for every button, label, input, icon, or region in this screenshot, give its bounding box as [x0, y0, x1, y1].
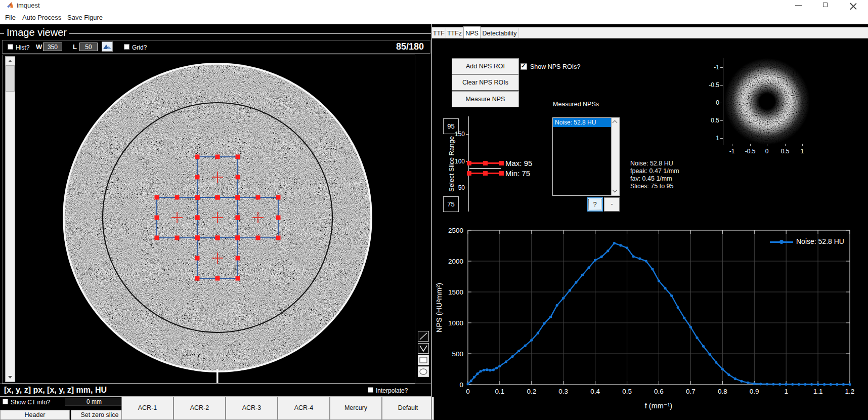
svg-text:0: 0 — [466, 388, 470, 395]
nps2d-xlabel: -1 — [722, 148, 742, 155]
listbox-scrollbar[interactable] — [611, 118, 619, 195]
max-slider-handle-left[interactable] — [467, 161, 471, 165]
stats-fpeak: fpeak: 0.47 1/mm — [630, 167, 679, 175]
nps2d-xlabel: 0 — [757, 148, 777, 155]
close-button[interactable] — [842, 0, 865, 11]
nps-roi-overlay[interactable] — [3, 55, 415, 383]
window-level-preset-button[interactable] — [102, 41, 113, 52]
angle-tool-button[interactable] — [418, 343, 429, 354]
window-width-input[interactable] — [43, 43, 62, 51]
slice-scrollbar[interactable] — [5, 56, 15, 382]
minimize-button[interactable] — [787, 0, 810, 11]
tab-ttfz[interactable]: TTFz — [446, 28, 463, 38]
show-nps-rois-checkbox[interactable] — [520, 63, 527, 70]
close-icon — [850, 2, 857, 9]
nps2d-xtick — [802, 144, 803, 146]
show-nps-rois-label: Show NPS ROIs? — [530, 63, 580, 70]
svg-text:0: 0 — [459, 381, 463, 389]
nps2d-xtick — [732, 144, 732, 146]
analysis-tabbar: TTF TTFz NPS Detectability — [432, 27, 868, 38]
svg-text:0.7: 0.7 — [686, 388, 696, 395]
clear-nps-rois-button[interactable]: Clear NPS ROIs — [452, 74, 519, 91]
zero-offset-field[interactable]: 0 mm — [65, 398, 123, 406]
ellipse-roi-button[interactable] — [418, 366, 429, 377]
menu-auto-process[interactable]: Auto Process — [22, 14, 61, 21]
nps2d-xtick — [767, 144, 767, 146]
nps2d-ylabel: 0.5 — [702, 117, 719, 124]
pixel-readout-text: [x, y, z] px, [x, y, z] mm, HU — [4, 386, 107, 395]
nps2d-ylabel: -0.5 — [702, 81, 719, 89]
measure-nps-button[interactable]: Measure NPS — [452, 91, 519, 107]
ellipse-icon — [418, 367, 428, 376]
set-zero-slice-button[interactable]: Set zero slice — [71, 410, 128, 420]
max-slider-handle-right[interactable] — [499, 161, 504, 165]
svg-text:0.3: 0.3 — [558, 388, 568, 395]
legend-marker-dot — [779, 240, 784, 244]
preset-acr4-button[interactable]: ACR-4 — [278, 397, 330, 420]
line-tool-button[interactable] — [418, 331, 429, 342]
minimize-icon — [795, 5, 802, 6]
hist-checkbox[interactable] — [8, 44, 13, 50]
add-nps-roi-button[interactable]: Add NPS ROI — [452, 58, 519, 74]
svg-text:2000: 2000 — [448, 258, 463, 265]
line-tool-icon — [418, 331, 428, 341]
chevron-down-icon — [613, 188, 618, 193]
show-ct-info-checkbox[interactable] — [3, 399, 8, 404]
nps-list-item[interactable]: Noise: 52.8 HU — [553, 118, 612, 127]
svg-text:2500: 2500 — [448, 227, 463, 234]
max-slider-handle-mid[interactable] — [483, 161, 488, 165]
slider-ticklabel-50: 50 — [450, 184, 465, 191]
min-slider-handle-left[interactable] — [467, 171, 471, 176]
tab-nps[interactable]: NPS — [463, 26, 481, 38]
nps2d-xlabel: 1 — [792, 148, 812, 155]
nps-2d-image — [724, 58, 810, 145]
nps-plot: 00.10.20.30.40.50.60.70.80.911.11.205001… — [435, 223, 868, 420]
preset-default-button[interactable]: Default — [382, 397, 434, 420]
menu-file[interactable]: File — [5, 14, 16, 21]
tab-detectability[interactable]: Detectability — [481, 28, 519, 38]
angle-tool-icon — [418, 344, 428, 353]
nps2d-ylabel: -1 — [702, 64, 719, 71]
preset-mercury-button[interactable]: Mercury — [330, 397, 382, 420]
window-title: imquest — [17, 2, 40, 9]
list-scroll-down-button[interactable] — [612, 187, 619, 195]
remove-nps-button[interactable]: - — [604, 197, 620, 212]
menu-save-figure[interactable]: Save Figure — [67, 14, 103, 21]
window-level-input[interactable] — [79, 43, 98, 51]
list-scroll-up-button[interactable] — [612, 118, 619, 126]
arrow-down-icon — [8, 376, 12, 379]
header-button[interactable]: Header — [0, 410, 70, 420]
scrollbar-thumb[interactable] — [6, 65, 15, 92]
nps2d-ylabel: 0 — [702, 99, 719, 106]
svg-text:0.8: 0.8 — [718, 388, 727, 395]
preset-acr1-button[interactable]: ACR-1 — [121, 397, 173, 420]
svg-text:1500: 1500 — [448, 288, 463, 296]
measured-nps-listbox[interactable]: Noise: 52.8 HU — [552, 117, 620, 196]
scroll-up-button[interactable] — [6, 57, 15, 65]
stats-noise: Noise: 52.8 HU — [630, 160, 673, 167]
panel-divider — [431, 24, 432, 420]
title-bar: imquest — [0, 0, 868, 11]
grid-checkbox[interactable] — [124, 44, 129, 50]
svg-text:1.1: 1.1 — [813, 388, 823, 395]
imquest-window: imquest File Auto Process Save Figure Im… — [0, 0, 868, 420]
tab-ttf[interactable]: TTF — [432, 28, 446, 38]
slice-min-field[interactable]: 75 — [443, 196, 459, 212]
min-slider-handle-mid[interactable] — [483, 171, 488, 176]
nps-help-button[interactable]: ? — [587, 197, 603, 212]
min-slider-handle-right[interactable] — [499, 171, 504, 176]
rectangle-roi-button[interactable] — [418, 355, 429, 365]
slider-ticklabel-100: 100 — [450, 158, 465, 165]
scroll-down-button[interactable] — [6, 373, 15, 382]
matlab-logo-icon — [7, 2, 14, 9]
ct-image-viewport[interactable] — [2, 55, 415, 384]
restore-button[interactable] — [814, 0, 838, 11]
preset-acr3-button[interactable]: ACR-3 — [226, 397, 278, 420]
preset-acr2-button[interactable]: ACR-2 — [173, 397, 226, 420]
nps-plot-ylabel: NPS (HU²mm²) — [435, 252, 445, 363]
slider-tick-150 — [466, 134, 468, 135]
svg-text:0.2: 0.2 — [527, 388, 536, 395]
nps2d-ytick — [720, 85, 723, 86]
interpolate-checkbox[interactable] — [368, 387, 373, 393]
nps2d-y-axis — [723, 58, 723, 145]
